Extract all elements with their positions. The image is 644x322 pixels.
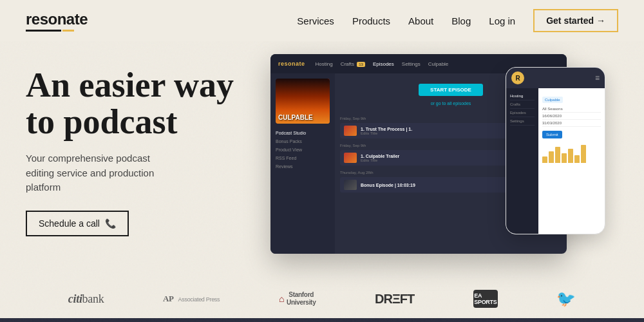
mobile-mockup: R ≡ Hosting Crafts Episodes Settings Cul… [506, 67, 605, 234]
nav-about[interactable]: About [408, 15, 433, 26]
stanford-s-icon: ⌂ [279, 294, 284, 304]
mobile-avatar: R [511, 71, 524, 84]
hero-text-section: An easier way to podcast Your comprehens… [26, 54, 270, 273]
logo-drift: DRΞFT [375, 292, 414, 307]
mockup-nav-items: Hosting Crafts 13 Episodes Settings Culp… [316, 61, 449, 67]
logo-ap: AP Associated Press [163, 294, 220, 304]
stanford-text: StanfordUniversity [287, 291, 316, 307]
sidebar-item-rss: RSS Feed [276, 154, 330, 162]
chart-bar-1 [542, 156, 547, 163]
mobile-sidebar: Hosting Crafts Episodes Settings [506, 88, 538, 234]
mockup-nav-episodes: Episodes [373, 61, 394, 67]
schedule-call-label: Schedule a call [39, 218, 100, 229]
logo-stanford: ⌂ StanfordUniversity [279, 291, 316, 307]
mockup-nav-crafts: Crafts 13 [341, 61, 365, 67]
podcast-card: CULPABLE [276, 79, 330, 124]
ea-badge: EASPORTS [473, 290, 498, 308]
sidebar-item-reviews: Reviews [276, 162, 330, 171]
logo-underline-yellow [62, 30, 74, 32]
mockup-logo: resonate [278, 61, 305, 67]
mobile-sidebar-hosting: Hosting [510, 92, 535, 100]
start-episode-button[interactable]: START EPISODE [419, 84, 483, 96]
chart-bar-6 [574, 155, 580, 163]
main-nav: Services Products About Blog Log in Get … [297, 9, 618, 32]
mobile-main: Culpable All Seasons 16/06/2020 31/03/20… [538, 88, 605, 234]
mobile-chart [542, 144, 601, 163]
mobile-header: R ≡ [506, 68, 605, 88]
logo-ea: EASPORTS [473, 290, 498, 308]
main-content: An easier way to podcast Your comprehens… [0, 41, 644, 279]
mockup-nav-settings: Settings [402, 61, 421, 67]
sidebar-item-product-view: Product View [276, 146, 330, 154]
ap-full-text: Associated Press [178, 296, 220, 303]
sidebar-item-podcast-studio: Podcast Studio [276, 129, 330, 137]
schedule-call-button[interactable]: Schedule a call 📞 [26, 211, 129, 236]
mobile-sidebar-settings: Settings [510, 117, 535, 126]
nav-products[interactable]: Products [352, 15, 390, 26]
mobile-sidebar-crafts: Crafts [510, 100, 535, 109]
ap-logo-text: AP [163, 294, 174, 303]
mobile-podcast-tag: Culpable [542, 97, 563, 103]
citibank-text: citibank [68, 292, 104, 305]
nav-blog[interactable]: Blog [451, 15, 471, 26]
mobile-date-1: All Seasons [542, 106, 601, 113]
footer-bar [0, 318, 644, 322]
hamburger-icon: ≡ [595, 73, 600, 82]
mobile-sidebar-episodes: Episodes [510, 109, 535, 117]
chart-bar-3 [555, 147, 560, 163]
chart-bar-7 [581, 145, 586, 163]
mobile-date-3: 31/03/2020 [542, 120, 601, 127]
chart-bar-5 [568, 149, 573, 163]
mobile-submit-button[interactable]: Submit [542, 131, 562, 138]
nav-login[interactable]: Log in [489, 15, 515, 26]
mockup-nav-hosting: Hosting [316, 61, 333, 67]
nav-services[interactable]: Services [297, 15, 334, 26]
mobile-body: Hosting Crafts Episodes Settings Culpabl… [506, 88, 605, 234]
logo[interactable]: resonate [26, 10, 88, 32]
logo-underline-dark [26, 30, 61, 32]
episode-thumb-3 [344, 180, 357, 190]
hero-title: An easier way to podcast [26, 67, 270, 140]
hero-subtitle: Your comprehensive podcast editing servi… [26, 151, 180, 195]
podcast-name: CULPABLE [278, 114, 313, 121]
sidebar-menu: Podcast Studio Bonus Packs Product View … [276, 129, 330, 171]
logo-citibank: citibank [68, 292, 104, 306]
mockup-nav-culpable: Culpable [428, 61, 449, 67]
logo-underline [26, 30, 88, 32]
logo-text: resonate [26, 10, 88, 28]
logo-twitter: 🐦 [556, 290, 576, 308]
mockup-sidebar: CULPABLE Podcast Studio Bonus Packs Prod… [270, 73, 335, 254]
phone-icon: 📞 [105, 218, 116, 229]
chart-bar-2 [549, 151, 554, 163]
twitter-bird-icon: 🐦 [556, 290, 576, 307]
sidebar-item-bonus-packs: Bonus Packs [276, 137, 330, 146]
drift-text: DRΞFT [375, 292, 414, 306]
chart-bar-4 [562, 153, 567, 163]
logos-section: citibank AP Associated Press ⌂ StanfordU… [0, 279, 644, 318]
hero-image-section: resonate Hosting Crafts 13 Episodes Sett… [270, 54, 618, 273]
episode-thumb-1 [344, 126, 357, 136]
mobile-date-2: 16/06/2020 [542, 113, 601, 120]
header: resonate Services Products About Blog Lo… [0, 0, 644, 41]
episode-thumb-2 [344, 153, 357, 163]
get-started-button[interactable]: Get started → [533, 9, 618, 32]
